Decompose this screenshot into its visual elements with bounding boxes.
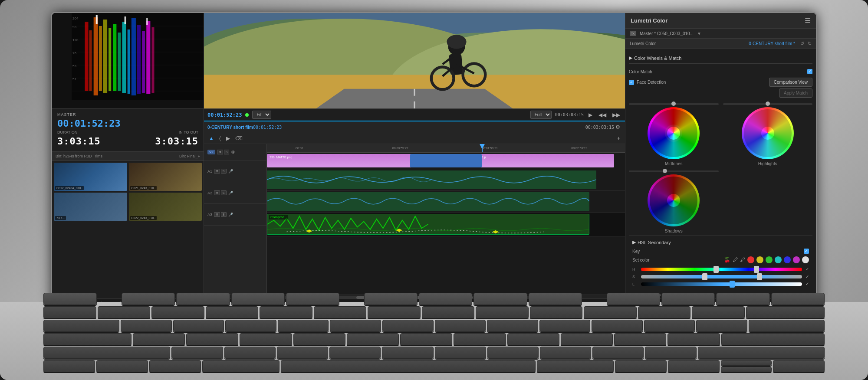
dropper-icon-2[interactable]: 🖍 [733,257,738,263]
undo-icon[interactable]: ↺ [800,41,804,46]
s-slider-track[interactable] [641,275,802,278]
master-clip-name: Master * C050_C003_010... [640,31,694,36]
resolution-dropdown[interactable]: Full [530,111,552,119]
color-wheels-section: ▶ Color Wheels & Match Color Match ✓ ✓ F… [625,49,816,306]
audio-track-a1[interactable] [267,169,625,191]
shadows-wheel[interactable] [648,174,700,226]
highlights-slider-thumb[interactable] [766,102,770,106]
highlights-slider[interactable] [723,103,813,105]
color-wheels-section-title[interactable]: ▶ Color Wheels & Match [629,52,812,64]
swatch-purple[interactable] [793,256,800,263]
a3-solo[interactable]: S [221,212,227,217]
audio-track-a2[interactable] [267,191,625,213]
key-up [721,360,772,366]
swatch-white[interactable] [802,256,809,263]
video-track-v2[interactable]: 239_MATTE.png 239_MATTE.p [267,153,625,169]
h-slider-track[interactable] [641,268,802,271]
fit-dropdown[interactable]: Fit [252,111,271,119]
v2-eye-icon[interactable]: 👁 [231,150,236,155]
chevron-down-icon[interactable]: ▼ [697,31,701,36]
a2-solo[interactable]: S [221,190,227,195]
midtones-wheel[interactable] [648,107,700,159]
key-checkbox[interactable]: ✓ [804,249,809,254]
h-slider-row: H ✓ [632,267,809,272]
clip-v2-blue[interactable] [410,154,482,167]
key-f6 [419,293,472,305]
hsl-secondary-title[interactable]: ▶ HSL Secondary [632,239,809,245]
select-tool[interactable]: ▶ [225,134,231,142]
h-slider-thumb-left[interactable] [713,266,719,273]
prev-frame-button[interactable]: ◀◀ [597,111,608,119]
h-slider-thumb-right[interactable] [754,266,759,273]
apply-match-button[interactable]: Apply Match [779,88,812,98]
a1-solo[interactable]: S [221,169,227,174]
l-slider-track[interactable] [641,282,802,286]
l-slider-thumb[interactable] [730,281,735,288]
audio-clip-a1[interactable] [267,170,596,189]
v2-solo[interactable]: S [224,150,230,154]
midtones-label: Midtones [665,161,683,166]
key-0 [584,306,637,318]
swatch-yellow[interactable] [756,256,763,263]
key-lbracket [644,320,695,332]
s-slider-thumb-left[interactable] [702,273,707,280]
a3-mute[interactable]: M [214,212,220,217]
face-detect-checkbox[interactable]: ✓ [629,80,634,85]
track-labels: V2 M S 👁 A1 M [204,144,267,295]
razor-tool[interactable]: 〈 [218,134,222,142]
settings-icon[interactable]: ⚙ [614,123,621,131]
midtones-slider-thumb[interactable] [671,102,676,106]
track-label-a1: A1 M S 🎤 [204,161,266,182]
hamburger-icon[interactable]: ☰ [805,16,811,25]
key-f [293,333,345,345]
color-match-checkbox[interactable]: ✓ [807,69,812,74]
ripple-tool[interactable]: ⌫ [234,134,244,142]
track-label-v2: V2 M S 👁 [204,144,266,161]
key-rbracket [696,320,747,332]
media-thumbnail-4[interactable]: C022_0243_010.. [129,193,202,221]
clip-matte-2[interactable]: 239_MATTE.p [464,154,615,167]
reset-icon[interactable]: ↻ [808,41,812,46]
color-match-row: Color Match ✓ [629,67,812,76]
audio-clip-a2[interactable] [267,192,589,211]
project-panel-header: Bin: h264s from R3D Trims Bin: Final_F [52,152,204,161]
audio-clip-a3[interactable] [267,214,589,235]
s-check[interactable]: ✓ [806,274,809,279]
dropper-icon-1[interactable]: 🍒 [724,257,730,263]
keyboard-area [0,302,868,380]
key-e [225,320,276,332]
next-frame-button[interactable]: ▶▶ [611,111,621,119]
play-button[interactable]: ▶ [587,111,594,119]
kb-row-6 [43,360,825,372]
snap-tool[interactable]: ▲ [207,134,215,142]
h-check[interactable]: ✓ [806,267,809,272]
swatch-blue[interactable] [784,256,791,263]
comparison-view-button[interactable]: Comparison View [769,78,812,87]
swatch-red[interactable] [747,256,754,263]
media-thumbnail-2[interactable]: C021_0243_010.. [129,163,202,191]
add-track-button[interactable]: + [616,134,621,142]
media-thumbnail-1[interactable]: C012_0243A_010.. [54,163,127,191]
midtones-slider[interactable] [629,103,719,105]
timeline-ruler: 00:00 00:00:59:22 00:01:59:21 00:02:59:1… [267,144,625,153]
l-check[interactable]: ✓ [806,282,809,286]
shadows-slider[interactable] [629,170,719,172]
svg-rect-14 [118,33,121,91]
a2-mute[interactable]: M [214,190,220,195]
highlights-wheel[interactable] [742,107,794,159]
swatch-cyan[interactable] [775,256,782,263]
svg-rect-20 [146,21,150,94]
thumb-label-4: C022_0243_010.. [130,216,157,220]
hsl-title-text: HSL Secondary [638,240,671,245]
shadows-slider-thumb[interactable] [663,169,667,173]
media-thumbnail-3[interactable]: 73 it... [54,193,127,221]
key-6 [368,306,421,318]
v2-mute[interactable]: M [217,150,223,154]
dropper-icon-3[interactable]: 🖍 [740,257,745,263]
audio-track-a3[interactable]: Comprar... [267,213,625,236]
a1-mute[interactable]: M [214,169,220,174]
a1-controls: M S [214,169,227,174]
swatch-green[interactable] [766,256,773,263]
key-7 [422,306,475,318]
s-slider-thumb-right[interactable] [757,273,762,280]
